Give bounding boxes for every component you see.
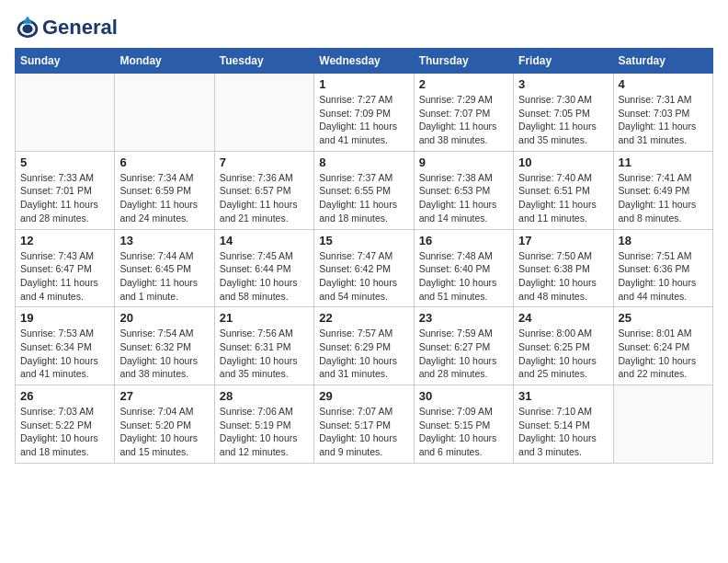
day-info: Sunrise: 7:38 AM Sunset: 6:53 PM Dayligh…: [419, 171, 508, 225]
calendar-cell: 10Sunrise: 7:40 AM Sunset: 6:51 PM Dayli…: [514, 151, 613, 229]
calendar-cell: [115, 74, 214, 152]
day-number: 19: [20, 311, 109, 325]
calendar-cell: 18Sunrise: 7:51 AM Sunset: 6:36 PM Dayli…: [613, 229, 712, 307]
calendar-cell: 31Sunrise: 7:10 AM Sunset: 5:14 PM Dayli…: [514, 385, 613, 464]
calendar-cell: 5Sunrise: 7:33 AM Sunset: 7:01 PM Daylig…: [16, 151, 115, 229]
calendar-cell: 15Sunrise: 7:47 AM Sunset: 6:42 PM Dayli…: [314, 229, 414, 307]
day-number: 17: [518, 234, 608, 247]
calendar-cell: 17Sunrise: 7:50 AM Sunset: 6:38 PM Dayli…: [514, 229, 613, 307]
day-info: Sunrise: 7:50 AM Sunset: 6:38 PM Dayligh…: [518, 249, 608, 304]
calendar-week-5: 26Sunrise: 7:03 AM Sunset: 5:22 PM Dayli…: [16, 385, 713, 464]
svg-point-2: [22, 25, 32, 34]
day-info: Sunrise: 7:56 AM Sunset: 6:31 PM Dayligh…: [220, 327, 309, 381]
day-info: Sunrise: 7:59 AM Sunset: 6:27 PM Dayligh…: [419, 327, 508, 381]
calendar-cell: 23Sunrise: 7:59 AM Sunset: 6:27 PM Dayli…: [414, 307, 513, 385]
day-number: 22: [319, 311, 408, 325]
calendar-cell: 7Sunrise: 7:36 AM Sunset: 6:57 PM Daylig…: [214, 151, 313, 229]
calendar-cell: 22Sunrise: 7:57 AM Sunset: 6:29 PM Dayli…: [314, 307, 414, 385]
day-number: 8: [319, 155, 408, 169]
calendar-cell: 4Sunrise: 7:31 AM Sunset: 7:03 PM Daylig…: [613, 74, 712, 152]
day-info: Sunrise: 8:01 AM Sunset: 6:24 PM Dayligh…: [619, 327, 708, 381]
weekday-header-sunday: Sunday: [16, 49, 115, 74]
day-info: Sunrise: 7:48 AM Sunset: 6:40 PM Dayligh…: [419, 249, 508, 304]
day-info: Sunrise: 7:41 AM Sunset: 6:49 PM Dayligh…: [619, 171, 708, 225]
calendar-cell: 1Sunrise: 7:27 AM Sunset: 7:09 PM Daylig…: [314, 74, 414, 152]
day-number: 20: [119, 311, 209, 325]
day-info: Sunrise: 7:27 AM Sunset: 7:09 PM Dayligh…: [319, 93, 408, 147]
day-number: 25: [619, 311, 708, 325]
day-number: 5: [20, 155, 109, 169]
calendar: SundayMondayTuesdayWednesdayThursdayFrid…: [15, 48, 713, 464]
day-info: Sunrise: 7:51 AM Sunset: 6:36 PM Dayligh…: [619, 249, 708, 304]
calendar-cell: 25Sunrise: 8:01 AM Sunset: 6:24 PM Dayli…: [613, 307, 712, 385]
day-info: Sunrise: 7:31 AM Sunset: 7:03 PM Dayligh…: [619, 93, 708, 147]
calendar-cell: 24Sunrise: 8:00 AM Sunset: 6:25 PM Dayli…: [514, 307, 613, 385]
calendar-cell: 3Sunrise: 7:30 AM Sunset: 7:05 PM Daylig…: [514, 74, 613, 152]
calendar-cell: 2Sunrise: 7:29 AM Sunset: 7:07 PM Daylig…: [414, 74, 513, 152]
day-number: 1: [319, 77, 408, 91]
weekday-header-wednesday: Wednesday: [314, 49, 414, 74]
calendar-cell: [613, 385, 712, 464]
day-number: 23: [419, 311, 508, 325]
calendar-cell: 27Sunrise: 7:04 AM Sunset: 5:20 PM Dayli…: [115, 385, 214, 464]
calendar-cell: 16Sunrise: 7:48 AM Sunset: 6:40 PM Dayli…: [414, 229, 513, 307]
day-number: 10: [518, 155, 608, 169]
day-info: Sunrise: 7:40 AM Sunset: 6:51 PM Dayligh…: [518, 171, 608, 225]
calendar-week-2: 5Sunrise: 7:33 AM Sunset: 7:01 PM Daylig…: [16, 151, 713, 229]
calendar-cell: [16, 74, 115, 152]
day-number: 13: [119, 234, 209, 247]
day-info: Sunrise: 7:34 AM Sunset: 6:59 PM Dayligh…: [119, 171, 209, 225]
logo: General: [15, 15, 118, 40]
day-number: 11: [619, 155, 708, 169]
calendar-cell: 28Sunrise: 7:06 AM Sunset: 5:19 PM Dayli…: [214, 385, 313, 464]
day-number: 15: [319, 234, 408, 247]
calendar-cell: 8Sunrise: 7:37 AM Sunset: 6:55 PM Daylig…: [314, 151, 414, 229]
day-number: 9: [419, 155, 508, 169]
calendar-cell: 26Sunrise: 7:03 AM Sunset: 5:22 PM Dayli…: [16, 385, 115, 464]
day-number: 14: [220, 234, 309, 247]
day-info: Sunrise: 7:03 AM Sunset: 5:22 PM Dayligh…: [20, 405, 109, 459]
day-info: Sunrise: 7:37 AM Sunset: 6:55 PM Dayligh…: [319, 171, 408, 225]
day-info: Sunrise: 7:04 AM Sunset: 5:20 PM Dayligh…: [119, 405, 209, 459]
calendar-cell: 21Sunrise: 7:56 AM Sunset: 6:31 PM Dayli…: [214, 307, 313, 385]
day-info: Sunrise: 7:53 AM Sunset: 6:34 PM Dayligh…: [20, 327, 109, 381]
day-info: Sunrise: 7:29 AM Sunset: 7:07 PM Dayligh…: [419, 93, 508, 147]
weekday-header-monday: Monday: [115, 49, 214, 74]
day-number: 24: [518, 311, 608, 325]
day-number: 4: [619, 77, 708, 91]
day-info: Sunrise: 7:10 AM Sunset: 5:14 PM Dayligh…: [518, 405, 608, 459]
calendar-header-row: SundayMondayTuesdayWednesdayThursdayFrid…: [16, 49, 713, 74]
day-number: 21: [220, 311, 309, 325]
day-info: Sunrise: 7:43 AM Sunset: 6:47 PM Dayligh…: [20, 249, 109, 304]
calendar-cell: 12Sunrise: 7:43 AM Sunset: 6:47 PM Dayli…: [16, 229, 115, 307]
weekday-header-tuesday: Tuesday: [214, 49, 313, 74]
day-number: 26: [20, 389, 109, 403]
weekday-header-thursday: Thursday: [414, 49, 513, 74]
day-info: Sunrise: 7:07 AM Sunset: 5:17 PM Dayligh…: [319, 405, 408, 459]
day-number: 31: [518, 389, 608, 403]
weekday-header-saturday: Saturday: [613, 49, 712, 74]
calendar-cell: 9Sunrise: 7:38 AM Sunset: 6:53 PM Daylig…: [414, 151, 513, 229]
day-number: 30: [419, 389, 508, 403]
day-info: Sunrise: 7:47 AM Sunset: 6:42 PM Dayligh…: [319, 249, 408, 304]
day-number: 29: [319, 389, 408, 403]
day-number: 27: [119, 389, 209, 403]
calendar-cell: 13Sunrise: 7:44 AM Sunset: 6:45 PM Dayli…: [115, 229, 214, 307]
day-info: Sunrise: 7:33 AM Sunset: 7:01 PM Dayligh…: [20, 171, 109, 225]
day-number: 2: [419, 77, 508, 91]
day-info: Sunrise: 7:54 AM Sunset: 6:32 PM Dayligh…: [119, 327, 209, 381]
calendar-cell: 30Sunrise: 7:09 AM Sunset: 5:15 PM Dayli…: [414, 385, 513, 464]
calendar-week-1: 1Sunrise: 7:27 AM Sunset: 7:09 PM Daylig…: [16, 74, 713, 152]
weekday-header-friday: Friday: [514, 49, 613, 74]
day-number: 16: [419, 234, 508, 247]
day-number: 28: [220, 389, 309, 403]
day-info: Sunrise: 7:30 AM Sunset: 7:05 PM Dayligh…: [518, 93, 608, 147]
day-info: Sunrise: 7:45 AM Sunset: 6:44 PM Dayligh…: [220, 249, 309, 304]
calendar-cell: 19Sunrise: 7:53 AM Sunset: 6:34 PM Dayli…: [16, 307, 115, 385]
day-info: Sunrise: 7:36 AM Sunset: 6:57 PM Dayligh…: [220, 171, 309, 225]
calendar-cell: [214, 74, 313, 152]
logo-text: General: [42, 17, 118, 39]
day-info: Sunrise: 8:00 AM Sunset: 6:25 PM Dayligh…: [518, 327, 608, 381]
day-info: Sunrise: 7:09 AM Sunset: 5:15 PM Dayligh…: [419, 405, 508, 459]
calendar-cell: 11Sunrise: 7:41 AM Sunset: 6:49 PM Dayli…: [613, 151, 712, 229]
